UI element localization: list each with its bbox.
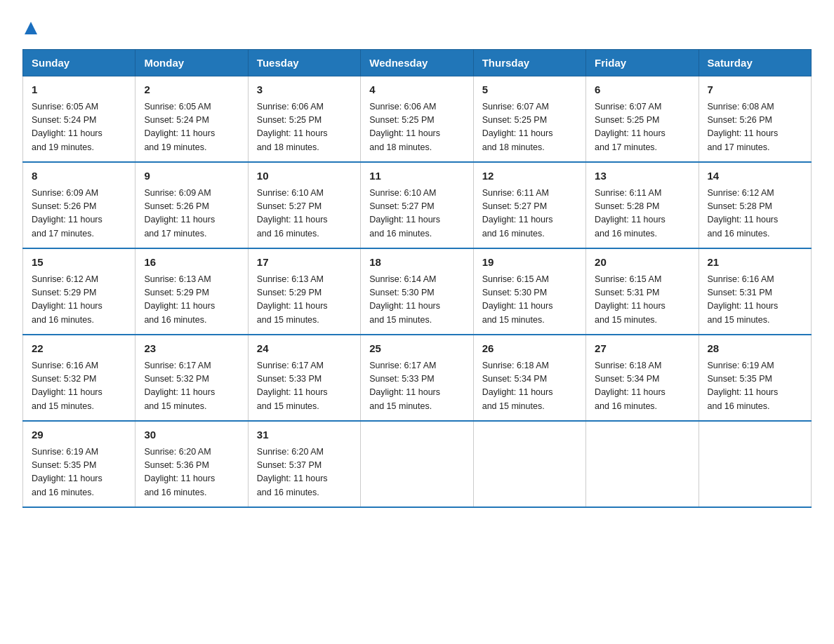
day-number: 28 (708, 341, 802, 357)
day-number: 3 (257, 82, 352, 98)
empty-cell (699, 421, 811, 507)
day-cell-8: 8Sunrise: 6:09 AMSunset: 5:26 PMDaylight… (23, 162, 135, 248)
day-info: Sunrise: 6:10 AMSunset: 5:27 PMDaylight:… (257, 187, 352, 241)
day-cell-18: 18Sunrise: 6:14 AMSunset: 5:30 PMDayligh… (361, 248, 473, 335)
day-info: Sunrise: 6:06 AMSunset: 5:25 PMDaylight:… (369, 100, 464, 155)
day-number: 2 (144, 82, 239, 98)
day-info: Sunrise: 6:06 AMSunset: 5:25 PMDaylight:… (257, 100, 352, 155)
day-info: Sunrise: 6:18 AMSunset: 5:34 PMDaylight:… (595, 359, 689, 414)
day-number: 30 (144, 427, 239, 443)
day-number: 16 (144, 255, 239, 271)
day-number: 24 (257, 341, 352, 357)
day-info: Sunrise: 6:07 AMSunset: 5:25 PMDaylight:… (482, 100, 577, 155)
calendar-table: SundayMondayTuesdayWednesdayThursdayFrid… (22, 49, 812, 508)
day-number: 19 (482, 255, 577, 271)
day-number: 4 (369, 82, 464, 98)
day-info: Sunrise: 6:09 AMSunset: 5:26 PMDaylight:… (32, 187, 126, 241)
empty-cell (586, 421, 699, 507)
day-info: Sunrise: 6:10 AMSunset: 5:27 PMDaylight:… (369, 187, 464, 241)
day-cell-20: 20Sunrise: 6:15 AMSunset: 5:31 PMDayligh… (586, 248, 699, 335)
weekday-header-wednesday: Wednesday (361, 50, 473, 76)
day-cell-5: 5Sunrise: 6:07 AMSunset: 5:25 PMDaylight… (473, 76, 585, 163)
day-info: Sunrise: 6:08 AMSunset: 5:26 PMDaylight:… (708, 100, 802, 155)
day-info: Sunrise: 6:16 AMSunset: 5:32 PMDaylight:… (32, 359, 126, 414)
weekday-header-saturday: Saturday (699, 50, 811, 76)
day-cell-28: 28Sunrise: 6:19 AMSunset: 5:35 PMDayligh… (699, 335, 811, 421)
day-info: Sunrise: 6:07 AMSunset: 5:25 PMDaylight:… (595, 100, 689, 155)
logo (22, 17, 37, 36)
day-cell-21: 21Sunrise: 6:16 AMSunset: 5:31 PMDayligh… (699, 248, 811, 335)
logo-general (22, 17, 37, 36)
day-cell-16: 16Sunrise: 6:13 AMSunset: 5:29 PMDayligh… (135, 248, 248, 335)
weekday-header-tuesday: Tuesday (248, 50, 360, 76)
week-row-4: 22Sunrise: 6:16 AMSunset: 5:32 PMDayligh… (23, 335, 812, 421)
day-info: Sunrise: 6:14 AMSunset: 5:30 PMDaylight:… (369, 273, 464, 328)
week-row-5: 29Sunrise: 6:19 AMSunset: 5:35 PMDayligh… (23, 421, 812, 507)
day-cell-31: 31Sunrise: 6:20 AMSunset: 5:37 PMDayligh… (248, 421, 360, 507)
day-number: 12 (482, 168, 577, 185)
day-info: Sunrise: 6:17 AMSunset: 5:32 PMDaylight:… (144, 359, 239, 414)
day-info: Sunrise: 6:20 AMSunset: 5:37 PMDaylight:… (257, 445, 352, 500)
day-cell-22: 22Sunrise: 6:16 AMSunset: 5:32 PMDayligh… (23, 335, 135, 421)
week-row-2: 8Sunrise: 6:09 AMSunset: 5:26 PMDaylight… (23, 162, 812, 248)
day-number: 15 (32, 255, 126, 271)
day-number: 6 (595, 82, 689, 98)
weekday-header-friday: Friday (586, 50, 699, 76)
weekday-header-thursday: Thursday (473, 50, 585, 76)
day-number: 25 (369, 341, 464, 357)
day-number: 1 (32, 82, 126, 98)
day-number: 27 (595, 341, 689, 357)
day-cell-6: 6Sunrise: 6:07 AMSunset: 5:25 PMDaylight… (586, 76, 699, 163)
day-cell-4: 4Sunrise: 6:06 AMSunset: 5:25 PMDaylight… (361, 76, 473, 163)
day-info: Sunrise: 6:11 AMSunset: 5:27 PMDaylight:… (482, 187, 577, 241)
day-number: 9 (144, 168, 239, 185)
day-number: 23 (144, 341, 239, 357)
day-info: Sunrise: 6:20 AMSunset: 5:36 PMDaylight:… (144, 445, 239, 500)
day-cell-17: 17Sunrise: 6:13 AMSunset: 5:29 PMDayligh… (248, 248, 360, 335)
day-info: Sunrise: 6:18 AMSunset: 5:34 PMDaylight:… (482, 359, 577, 414)
day-info: Sunrise: 6:17 AMSunset: 5:33 PMDaylight:… (369, 359, 464, 414)
day-number: 22 (32, 341, 126, 357)
day-cell-3: 3Sunrise: 6:06 AMSunset: 5:25 PMDaylight… (248, 76, 360, 163)
day-info: Sunrise: 6:19 AMSunset: 5:35 PMDaylight:… (708, 359, 802, 414)
day-number: 20 (595, 255, 689, 271)
day-number: 21 (708, 255, 802, 271)
day-info: Sunrise: 6:17 AMSunset: 5:33 PMDaylight:… (257, 359, 352, 414)
day-cell-12: 12Sunrise: 6:11 AMSunset: 5:27 PMDayligh… (473, 162, 585, 248)
page-header (22, 17, 812, 36)
day-cell-27: 27Sunrise: 6:18 AMSunset: 5:34 PMDayligh… (586, 335, 699, 421)
day-info: Sunrise: 6:12 AMSunset: 5:28 PMDaylight:… (708, 187, 802, 241)
day-cell-26: 26Sunrise: 6:18 AMSunset: 5:34 PMDayligh… (473, 335, 585, 421)
day-info: Sunrise: 6:15 AMSunset: 5:31 PMDaylight:… (595, 273, 689, 328)
day-info: Sunrise: 6:12 AMSunset: 5:29 PMDaylight:… (32, 273, 126, 328)
day-cell-11: 11Sunrise: 6:10 AMSunset: 5:27 PMDayligh… (361, 162, 473, 248)
day-cell-14: 14Sunrise: 6:12 AMSunset: 5:28 PMDayligh… (699, 162, 811, 248)
day-number: 10 (257, 168, 352, 185)
day-number: 11 (369, 168, 464, 185)
day-cell-10: 10Sunrise: 6:10 AMSunset: 5:27 PMDayligh… (248, 162, 360, 248)
day-cell-25: 25Sunrise: 6:17 AMSunset: 5:33 PMDayligh… (361, 335, 473, 421)
day-cell-30: 30Sunrise: 6:20 AMSunset: 5:36 PMDayligh… (135, 421, 248, 507)
day-info: Sunrise: 6:11 AMSunset: 5:28 PMDaylight:… (595, 187, 689, 241)
day-number: 26 (482, 341, 577, 357)
day-cell-29: 29Sunrise: 6:19 AMSunset: 5:35 PMDayligh… (23, 421, 135, 507)
day-info: Sunrise: 6:13 AMSunset: 5:29 PMDaylight:… (144, 273, 239, 328)
empty-cell (473, 421, 585, 507)
day-number: 13 (595, 168, 689, 185)
day-info: Sunrise: 6:09 AMSunset: 5:26 PMDaylight:… (144, 187, 239, 241)
empty-cell (361, 421, 473, 507)
day-cell-9: 9Sunrise: 6:09 AMSunset: 5:26 PMDaylight… (135, 162, 248, 248)
day-info: Sunrise: 6:19 AMSunset: 5:35 PMDaylight:… (32, 445, 126, 500)
day-number: 31 (257, 427, 352, 443)
day-number: 29 (32, 427, 126, 443)
day-cell-23: 23Sunrise: 6:17 AMSunset: 5:32 PMDayligh… (135, 335, 248, 421)
day-number: 18 (369, 255, 464, 271)
week-row-1: 1Sunrise: 6:05 AMSunset: 5:24 PMDaylight… (23, 76, 812, 163)
day-info: Sunrise: 6:15 AMSunset: 5:30 PMDaylight:… (482, 273, 577, 328)
day-number: 8 (32, 168, 126, 185)
day-cell-15: 15Sunrise: 6:12 AMSunset: 5:29 PMDayligh… (23, 248, 135, 335)
day-number: 14 (708, 168, 802, 185)
day-cell-1: 1Sunrise: 6:05 AMSunset: 5:24 PMDaylight… (23, 76, 135, 163)
day-number: 17 (257, 255, 352, 271)
day-info: Sunrise: 6:05 AMSunset: 5:24 PMDaylight:… (144, 100, 239, 155)
